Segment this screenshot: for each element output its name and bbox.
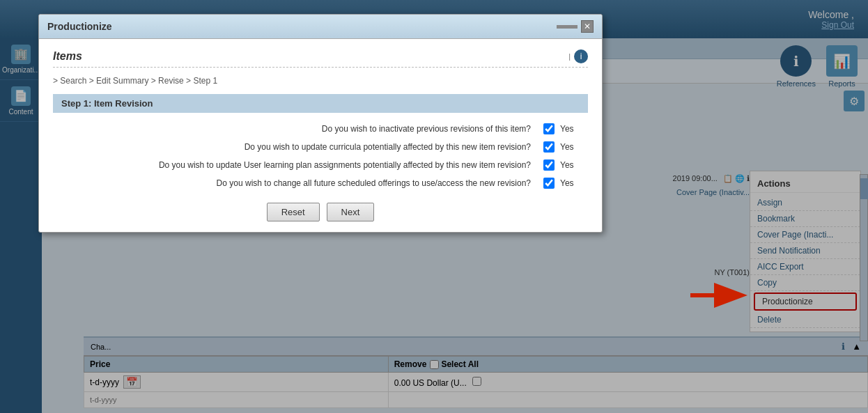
modal-divider <box>53 67 588 68</box>
reset-button[interactable]: Reset <box>267 203 320 221</box>
step-header: Step 1: Item Revision <box>53 94 588 113</box>
next-button[interactable]: Next <box>327 203 375 221</box>
close-button[interactable]: ✕ <box>581 20 594 33</box>
modal-body: Items | i > Search > Edit Summary > Revi… <box>39 39 602 232</box>
question-2: Do you wish to update curricula potentia… <box>60 142 538 152</box>
breadcrumb-text: > Search > Edit Summary > Revise > Step … <box>53 76 217 86</box>
question-4: Do you wish to change all future schedul… <box>60 178 538 188</box>
yes-label-3: Yes <box>560 160 581 170</box>
yes-label-4: Yes <box>560 178 581 188</box>
form-section: Do you wish to inactivate previous revis… <box>53 123 588 189</box>
question-1: Do you wish to inactivate previous revis… <box>60 124 538 134</box>
breadcrumb: > Search > Edit Summary > Revise > Step … <box>53 76 588 86</box>
modal-title: Productionize <box>47 21 112 32</box>
button-row: Reset Next <box>53 203 588 221</box>
modal-dialog: Productionize ✕ Items | i > Search > Edi… <box>38 14 603 233</box>
arrow-annotation <box>687 280 750 311</box>
modal-titlebar: Productionize ✕ <box>39 15 602 39</box>
checkbox-1[interactable] <box>543 123 555 134</box>
info-icon-text: i <box>580 52 582 61</box>
modal-info-icon[interactable]: i <box>574 49 588 63</box>
checkbox-4[interactable] <box>543 178 555 189</box>
checkbox-3[interactable] <box>543 159 555 171</box>
arrow-icon <box>687 280 750 311</box>
items-title: Items <box>53 50 82 63</box>
items-header: Items | i <box>53 49 588 63</box>
yes-label-1: Yes <box>560 124 581 134</box>
form-row-4: Do you wish to change all future schedul… <box>60 178 581 189</box>
checkbox-2[interactable] <box>543 141 555 153</box>
modal-controls: ✕ <box>557 20 594 33</box>
minimize-button[interactable] <box>557 25 578 29</box>
step-header-text: Step 1: Item Revision <box>61 98 153 109</box>
form-row-3: Do you wish to update User learning plan… <box>60 159 581 171</box>
form-row-2: Do you wish to update curricula potentia… <box>60 141 581 153</box>
form-row-1: Do you wish to inactivate previous revis… <box>60 123 581 134</box>
yes-label-2: Yes <box>560 142 581 152</box>
question-3: Do you wish to update User learning plan… <box>60 160 538 170</box>
